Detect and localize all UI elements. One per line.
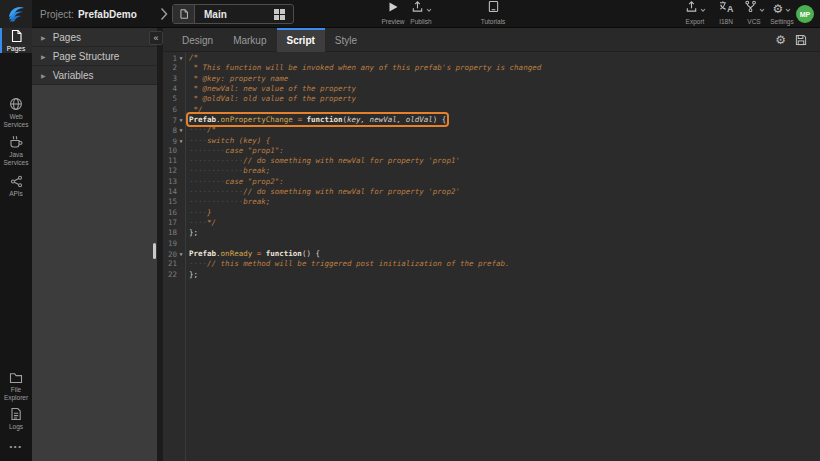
chevron-down-icon xyxy=(785,0,791,17)
i18n-icon: A xyxy=(719,0,734,17)
highlighted-code-box: Prefab.onPropertyChange = function(key, … xyxy=(189,115,446,124)
gutter: 12 xyxy=(163,166,185,176)
code-line: 4 * @newVal: new value of the property xyxy=(163,84,820,94)
sidebar-item-label: Logs xyxy=(8,423,24,431)
tab-markup[interactable]: Markup xyxy=(223,28,276,52)
sidebar-item-more[interactable]: ••• xyxy=(0,440,32,454)
code-line: 12············break; xyxy=(163,166,820,176)
panel-section-label: Page Structure xyxy=(53,51,120,62)
code-line: 6 */ xyxy=(163,105,820,115)
sidebar-item-java-services[interactable]: Java Services xyxy=(0,134,32,168)
code-line-content: ····/* xyxy=(185,125,216,135)
code-line-content: ········case "prop1": xyxy=(185,146,284,156)
gutter[interactable]: 7▼ xyxy=(163,115,185,125)
gutter[interactable]: 20▼ xyxy=(163,249,185,259)
pages-icon xyxy=(10,29,23,43)
panel-section-pages[interactable]: ▶Pages xyxy=(32,28,157,47)
action-label: VCS xyxy=(747,18,760,25)
code-line-content: ············break; xyxy=(185,166,270,176)
editor-toolbar: ⚙ xyxy=(775,28,807,52)
code-line: 20▼Prefab.onReady = function() { xyxy=(163,249,820,259)
code-line-content: * This function will be invoked when any… xyxy=(185,63,541,73)
panel-scrollbar-thumb[interactable] xyxy=(153,243,156,259)
tab-script[interactable]: Script xyxy=(277,28,325,52)
sidebar-item-web-services[interactable]: Web Services xyxy=(0,96,32,130)
play-icon xyxy=(387,0,399,17)
chevron-down-icon xyxy=(426,0,432,17)
code-line-content: * @newVal: new value of the property xyxy=(185,84,356,94)
gutter[interactable]: 1▼ xyxy=(163,53,185,63)
editor-tabs: DesignMarkupScriptStyle xyxy=(172,28,820,52)
script-settings-gear-icon[interactable]: ⚙ xyxy=(775,34,786,46)
sidebar-item-label: File Explorer xyxy=(0,386,32,402)
apis-icon xyxy=(10,175,23,188)
page-selector[interactable]: Main xyxy=(172,4,294,24)
gutter: 10 xyxy=(163,146,185,156)
activity-bar: PagesWeb ServicesJava ServicesAPIsFile E… xyxy=(0,28,32,461)
breadcrumb: Project: PrefabDemo xyxy=(40,0,137,28)
code-line-content: }; xyxy=(185,270,198,280)
code-line: 13········case "prop2": xyxy=(163,177,820,187)
editor-tabbar: DesignMarkupScriptStyle ⚙ xyxy=(163,28,820,52)
save-icon[interactable] xyxy=(795,34,807,46)
code-line-content: ············// do something with newVal … xyxy=(185,156,460,166)
sidebar-item-pages[interactable]: Pages xyxy=(0,28,32,53)
sidebar-item-apis[interactable]: APIs xyxy=(0,172,32,200)
sidebar-item-label: Web Services xyxy=(0,113,32,129)
code-line: 14············// do something with newVa… xyxy=(163,187,820,197)
code-editor[interactable]: 1▼/*2 * This function will be invoked wh… xyxy=(163,52,820,461)
sidebar-item-file-explorer[interactable]: File Explorer xyxy=(0,372,32,402)
gutter: 22 xyxy=(163,270,185,280)
avatar[interactable]: MP xyxy=(796,5,814,23)
code-line: 21····// this method will be triggered p… xyxy=(163,259,820,269)
fold-marker-icon[interactable]: ▼ xyxy=(177,136,185,146)
app-logo-icon[interactable] xyxy=(0,0,32,28)
more-icon: ••• xyxy=(10,443,23,451)
sidebar-item-label: Pages xyxy=(6,45,26,53)
gutter: 21 xyxy=(163,259,185,269)
code-line-content: ····switch (key) { xyxy=(185,136,270,146)
panel-section-page-structure[interactable]: ▶Page Structure xyxy=(32,47,157,66)
gutter[interactable]: 8▼ xyxy=(163,125,185,135)
tab-design[interactable]: Design xyxy=(172,28,223,52)
grid-icon[interactable] xyxy=(274,9,293,20)
code-line-content: ············break; xyxy=(185,197,270,207)
svg-text:A: A xyxy=(727,4,734,13)
code-line-content: * @oldVal: old value of the property xyxy=(185,94,356,104)
action-label: Export xyxy=(686,18,705,25)
editor-area: DesignMarkupScriptStyle ⚙ 1▼/*2 * This f… xyxy=(163,28,820,461)
code-line: 2 * This function will be invoked when a… xyxy=(163,63,820,73)
sidebar-item-logs[interactable]: Logs xyxy=(0,406,32,432)
chevron-right-icon: ▶ xyxy=(41,34,46,41)
code-line: 8▼····/* xyxy=(163,125,820,135)
code-line: 3 * @key: property name xyxy=(163,74,820,84)
logs-icon xyxy=(10,407,22,421)
gutter[interactable]: 9▼ xyxy=(163,136,185,146)
code-line-content: Prefab.onReady = function() { xyxy=(185,249,320,259)
collapse-panel-button[interactable]: « xyxy=(149,31,163,45)
code-line: 19 xyxy=(163,239,820,249)
chevron-right-icon: ▶ xyxy=(41,53,46,60)
code-line: 5 * @oldVal: old value of the property xyxy=(163,94,820,104)
code-line: 10········case "prop1": xyxy=(163,146,820,156)
fold-marker-icon[interactable]: ▼ xyxy=(177,53,185,63)
page-selector-value: Main xyxy=(195,9,274,20)
code-line: 11············// do something with newVa… xyxy=(163,156,820,166)
project-label: Project: xyxy=(40,9,74,20)
gutter: 19 xyxy=(163,239,185,249)
gutter: 18 xyxy=(163,228,185,238)
panel-section-label: Pages xyxy=(53,32,81,43)
panel-section-variables[interactable]: ▶Variables xyxy=(32,66,157,85)
gutter: 11 xyxy=(163,156,185,166)
fold-marker-icon[interactable]: ▼ xyxy=(177,115,185,125)
code-line: 22}; xyxy=(163,270,820,280)
publish-button[interactable]: Publish xyxy=(402,4,440,25)
fold-marker-icon[interactable]: ▼ xyxy=(177,249,185,259)
gutter: 17 xyxy=(163,218,185,228)
code-line-content: }; xyxy=(185,228,198,238)
tutorials-button[interactable]: Tutorials xyxy=(474,4,512,25)
code-line: 9▼····switch (key) { xyxy=(163,136,820,146)
tab-style[interactable]: Style xyxy=(325,28,367,52)
fold-marker-icon[interactable]: ▼ xyxy=(177,125,185,135)
chevron-down-icon xyxy=(700,0,706,17)
